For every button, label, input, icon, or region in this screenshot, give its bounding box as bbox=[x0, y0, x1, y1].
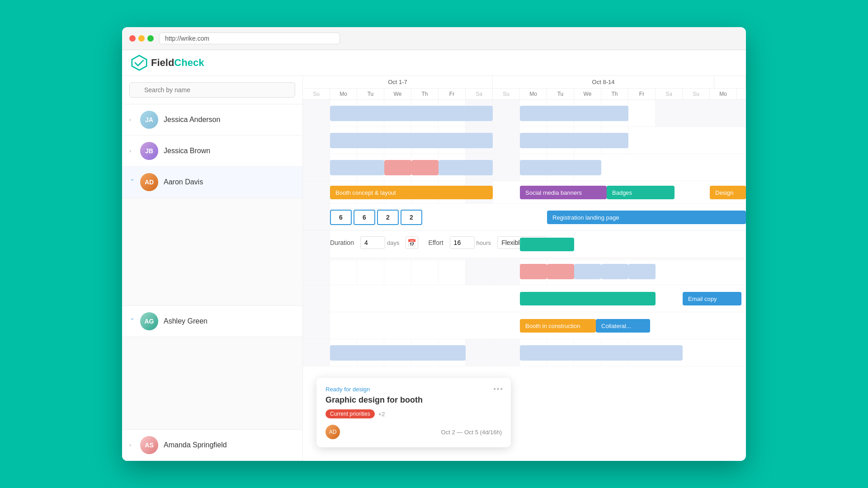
search-input[interactable] bbox=[129, 82, 295, 98]
sidebar-item-ashley-green[interactable]: › AG Ashley Green bbox=[122, 306, 302, 337]
day-tu-3: Tu bbox=[737, 89, 746, 99]
traffic-lights bbox=[129, 35, 154, 42]
day-fr-2: Fr bbox=[628, 89, 656, 99]
task-card-title: Graphic design for booth bbox=[326, 395, 502, 405]
avatar-jessica-anderson: JA bbox=[140, 111, 158, 129]
gantt-row-booth-concept: Booth concept & layout Social media bann… bbox=[303, 181, 746, 204]
gantt-cell bbox=[466, 258, 493, 285]
sidebar-item-jessica-brown[interactable]: › JB Jessica Brown bbox=[122, 136, 302, 167]
bar-jessica-brown[interactable] bbox=[330, 133, 493, 148]
tag-plus: +2 bbox=[378, 411, 385, 418]
bar-pink-ashley-1[interactable] bbox=[520, 264, 547, 279]
person-name-ashley-green: Ashley Green bbox=[164, 317, 208, 325]
url-bar[interactable]: http://wrike.com bbox=[159, 33, 340, 44]
bar-teal-ashley[interactable] bbox=[520, 238, 574, 251]
svg-marker-0 bbox=[132, 56, 146, 70]
bar-email-copy[interactable]: Email copy bbox=[683, 292, 741, 305]
bar-amanda-2[interactable] bbox=[520, 345, 683, 361]
task-card[interactable]: Ready for design Graphic design for boot… bbox=[316, 378, 511, 447]
bar-social-media[interactable]: Social media banners bbox=[520, 186, 607, 199]
chevron-right-icon: › bbox=[129, 117, 136, 123]
gantt-cell bbox=[656, 100, 746, 127]
bar-blue-light-1[interactable] bbox=[330, 160, 384, 175]
bar-collateral[interactable]: Collateral... bbox=[596, 319, 650, 333]
gantt-cell bbox=[493, 154, 520, 181]
chevron-down-icon: › bbox=[129, 179, 136, 185]
bar-pink-ashley-2[interactable] bbox=[547, 264, 574, 279]
num-box-4[interactable]: 2 bbox=[401, 210, 422, 225]
duration-input[interactable] bbox=[360, 236, 385, 249]
bar-jessica-anderson-2[interactable] bbox=[520, 106, 628, 121]
gantt-row-duration: Duration days 📅 Effort hours Flexible bbox=[303, 231, 746, 258]
sidebar-item-aaron-davis[interactable]: › AD Aaron Davis bbox=[122, 167, 302, 198]
bar-teal-ashley-2[interactable] bbox=[520, 292, 656, 305]
gantt-row-jessica-brown bbox=[303, 127, 746, 154]
day-labels: Su Mo Tu We Th Fr Sa Su Mo Tu We Th Fr S… bbox=[303, 89, 746, 99]
person-name-jessica-brown: Jessica Brown bbox=[164, 147, 210, 155]
sidebar-item-jessica-anderson[interactable]: › JA Jessica Anderson bbox=[122, 104, 302, 136]
gantt-cell bbox=[303, 100, 330, 127]
gantt-row-booth-construction: Booth in construction Collateral... bbox=[303, 312, 746, 339]
num-box-2[interactable]: 6 bbox=[354, 210, 375, 225]
effort-unit: hours bbox=[476, 239, 491, 246]
task-card-footer: AD Oct 2 — Oct 5 (4d/16h) bbox=[326, 425, 502, 439]
bar-amanda-1[interactable] bbox=[330, 345, 466, 361]
sidebar-item-amanda-springfield[interactable]: › AS Amanda Springfield bbox=[122, 430, 302, 461]
gantt-cell bbox=[628, 127, 746, 154]
gantt-body: Booth concept & layout Social media bann… bbox=[303, 100, 746, 461]
bar-jessica-brown-2[interactable] bbox=[520, 133, 628, 148]
bar-blue-light-ashley-3[interactable] bbox=[628, 264, 656, 279]
day-su-1: Su bbox=[303, 89, 330, 99]
minimize-button[interactable] bbox=[138, 35, 145, 42]
avatar-amanda-springfield: AS bbox=[140, 436, 158, 454]
effort-input[interactable] bbox=[450, 236, 475, 249]
avatar-ashley-green: AG bbox=[140, 312, 158, 330]
bar-pink-2[interactable] bbox=[411, 160, 439, 175]
bar-blue-light-2[interactable] bbox=[439, 160, 493, 175]
bar-registration[interactable]: Registration landing page bbox=[547, 211, 746, 224]
day-mo-1: Mo bbox=[330, 89, 357, 99]
day-fr-1: Fr bbox=[439, 89, 466, 99]
gantt-cell bbox=[628, 100, 656, 127]
gantt-cell bbox=[493, 339, 520, 366]
close-button[interactable] bbox=[129, 35, 136, 42]
gantt-cell bbox=[493, 127, 520, 154]
logo: FieldCheck bbox=[131, 55, 204, 71]
gantt-row-aaron-task1 bbox=[303, 154, 746, 181]
gantt-row-task-card: Email copy bbox=[303, 285, 746, 312]
person-name-jessica-anderson: Jessica Anderson bbox=[164, 116, 220, 124]
bar-pink-1[interactable] bbox=[384, 160, 411, 175]
bar-registration-label: Registration landing page bbox=[552, 214, 619, 221]
logo-field-text: Field bbox=[151, 57, 174, 68]
search-wrapper: 🔍 bbox=[129, 82, 295, 98]
day-su-3: Su bbox=[683, 89, 710, 99]
task-card-status: Ready for design bbox=[326, 386, 502, 393]
bar-blue-light-ashley-2[interactable] bbox=[601, 264, 628, 279]
bar-booth-construction[interactable]: Booth in construction bbox=[520, 319, 596, 333]
bar-badges[interactable]: Badges bbox=[607, 186, 675, 199]
bar-blue-light-ashley[interactable] bbox=[574, 264, 601, 279]
week-oct8-label: Oct 8-14 bbox=[493, 76, 714, 88]
week-rest-label bbox=[714, 76, 746, 88]
main-content: 🔍 › JA Jessica Anderson › JB Jessica Bro… bbox=[122, 76, 746, 461]
bar-blue-light-3[interactable] bbox=[520, 160, 601, 175]
num-box-3[interactable]: 2 bbox=[377, 210, 399, 225]
day-su-2: Su bbox=[493, 89, 520, 99]
calendar-icon[interactable]: 📅 bbox=[406, 236, 418, 249]
gantt-cell bbox=[357, 258, 384, 285]
three-dots-button[interactable]: ••• bbox=[493, 385, 504, 393]
gantt-cell bbox=[330, 258, 357, 285]
bar-jessica-anderson[interactable] bbox=[330, 106, 493, 121]
bar-social-media-label: Social media banners bbox=[525, 189, 582, 196]
gantt-cell bbox=[303, 258, 330, 285]
logo-text: FieldCheck bbox=[151, 57, 204, 69]
num-box-1[interactable]: 6 bbox=[330, 210, 352, 225]
effort-label: Effort bbox=[428, 239, 443, 246]
bar-design[interactable]: Design bbox=[710, 186, 746, 199]
maximize-button[interactable] bbox=[147, 35, 154, 42]
day-mo-3: Mo bbox=[710, 89, 737, 99]
avatar-aaron-davis: AD bbox=[140, 173, 158, 191]
gantt-cell bbox=[303, 312, 330, 339]
bar-booth-concept[interactable]: Booth concept & layout bbox=[330, 186, 493, 199]
gantt-row-popup-numbers: 6 6 2 2 Registration landing page bbox=[303, 204, 746, 231]
